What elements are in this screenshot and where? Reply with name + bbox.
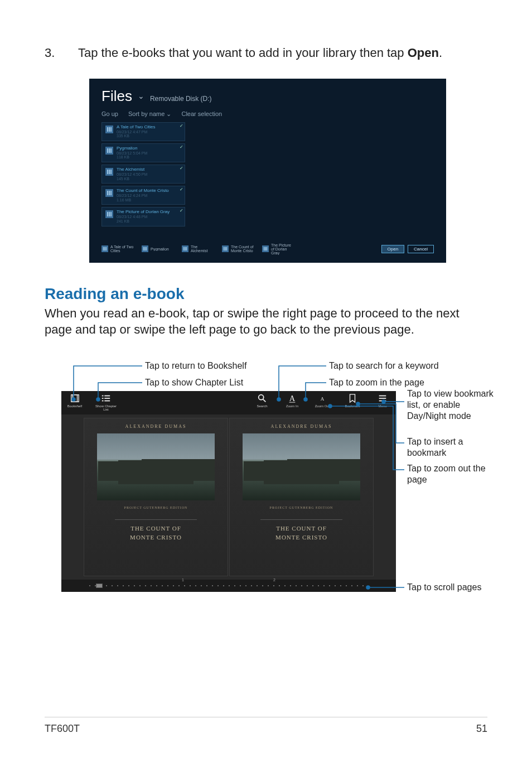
svg-rect-10 (109, 191, 110, 195)
leader-lines (61, 360, 507, 600)
check-icon: ✓ (180, 123, 183, 128)
selected-item[interactable]: The Alchemist (182, 245, 214, 253)
svg-rect-27 (264, 247, 265, 250)
step-text: Tap the e-books that you want to add in … (78, 45, 487, 62)
check-icon: ✓ (180, 166, 183, 171)
svg-rect-4 (109, 148, 110, 153)
svg-rect-9 (107, 191, 108, 195)
svg-point-47 (96, 398, 100, 401)
file-picker-controls: Go up Sort by name ⌄ Clear selection (101, 110, 434, 118)
svg-rect-1 (109, 127, 110, 132)
svg-rect-7 (109, 170, 110, 174)
svg-point-49 (304, 398, 307, 401)
file-list: A Tale of Two Cities 08/23/12 4:47 PM 33… (101, 122, 185, 226)
file-picker-footer: A Tale of Two Cities Pygmalion The Alche… (101, 243, 434, 255)
svg-rect-0 (107, 127, 108, 132)
page-footer: TF600T 51 (45, 717, 487, 735)
svg-point-51 (356, 402, 360, 406)
svg-rect-17 (106, 247, 107, 250)
svg-rect-21 (183, 247, 185, 250)
svg-rect-18 (143, 247, 144, 250)
svg-point-53 (366, 586, 370, 589)
book-icon (105, 126, 113, 133)
selected-item[interactable]: A Tale of Two Cities (101, 245, 134, 253)
file-size: 118 KB (117, 155, 181, 160)
file-title: Pygmalion (117, 146, 181, 151)
file-item[interactable]: The Count of Monte Cristo 08/23/12 4:24 … (101, 186, 185, 205)
file-picker-header: Files ⌄ Removable Disk (D:) (101, 88, 434, 105)
footer-model: TF600T (45, 723, 80, 735)
footer-page-number: 51 (476, 723, 487, 735)
svg-rect-5 (110, 148, 112, 153)
file-title: The Picture of Dorian Gray (117, 210, 181, 215)
svg-rect-28 (265, 247, 266, 250)
sort-button[interactable]: Sort by name ⌄ (128, 110, 171, 118)
svg-point-46 (72, 398, 75, 401)
svg-rect-12 (107, 212, 108, 216)
svg-rect-3 (107, 148, 108, 153)
svg-rect-20 (146, 247, 147, 250)
chevron-down-icon: ⌄ (166, 110, 171, 117)
file-size: 335 KB (117, 134, 181, 138)
svg-rect-29 (267, 247, 268, 250)
clear-selection-button[interactable]: Clear selection (181, 110, 222, 118)
selected-item[interactable]: Pygmalion (142, 245, 174, 252)
svg-rect-22 (185, 247, 186, 250)
file-picker-title[interactable]: Files (101, 88, 132, 105)
file-date: 08/23/12 4:48 PM (117, 215, 181, 219)
instruction-step: 3. Tap the e-books that you want to add … (45, 45, 487, 62)
book-icon (105, 210, 113, 218)
open-button[interactable]: Open (381, 245, 405, 253)
file-size: 1.16 MB (117, 198, 181, 202)
file-size: 145 KB (117, 177, 181, 181)
selected-item[interactable]: The Picture of Dorian Gray (262, 243, 294, 255)
svg-rect-15 (103, 247, 104, 250)
svg-rect-13 (109, 212, 110, 216)
file-date: 08/23/12 4:47 PM (117, 130, 181, 134)
file-date: 08/23/12 4:24 PM (117, 194, 181, 198)
file-title: The Count of Monte Cristo (117, 189, 181, 194)
svg-rect-19 (144, 247, 146, 250)
book-icon (142, 245, 148, 252)
svg-rect-16 (104, 247, 105, 250)
check-icon: ✓ (180, 144, 183, 150)
svg-point-50 (382, 400, 385, 403)
book-icon (105, 168, 113, 176)
selected-item[interactable]: The Count of Monte Cristo (222, 245, 254, 253)
book-icon (222, 245, 229, 252)
svg-rect-8 (110, 170, 112, 174)
svg-rect-25 (225, 247, 226, 250)
svg-point-52 (328, 404, 332, 408)
file-title: The Alchemist (117, 167, 181, 172)
check-icon: ✓ (180, 187, 183, 192)
svg-point-48 (277, 398, 280, 401)
svg-rect-6 (107, 170, 108, 174)
file-date: 08/23/12 4:50 PM (117, 172, 181, 177)
book-icon (182, 245, 188, 252)
file-picker-screenshot: Files ⌄ Removable Disk (D:) Go up Sort b… (89, 79, 446, 263)
book-icon (101, 245, 108, 252)
file-picker-location: Removable Disk (D:) (150, 95, 212, 103)
check-icon: ✓ (180, 208, 183, 213)
file-item[interactable]: The Picture of Dorian Gray 08/23/12 4:48… (101, 207, 185, 226)
book-icon (105, 147, 113, 155)
cancel-button[interactable]: Cancel (408, 245, 434, 253)
file-item[interactable]: A Tale of Two Cities 08/23/12 4:47 PM 33… (101, 122, 185, 141)
svg-rect-2 (110, 127, 112, 132)
svg-rect-14 (110, 212, 112, 216)
svg-rect-24 (224, 247, 225, 250)
go-up-button[interactable]: Go up (101, 110, 118, 118)
chevron-down-icon[interactable]: ⌄ (138, 91, 144, 100)
svg-rect-11 (110, 191, 112, 195)
svg-rect-23 (186, 247, 187, 250)
file-date: 08/23/12 5:04 PM (117, 151, 181, 156)
file-title: A Tale of Two Cities (117, 125, 181, 130)
section-body: When you read an e-book, tap or swipe th… (45, 305, 487, 338)
book-icon (262, 245, 269, 252)
file-item[interactable]: The Alchemist 08/23/12 4:50 PM 145 KB ✓ (101, 165, 185, 184)
svg-rect-26 (226, 247, 228, 250)
file-size: 241 KB (117, 219, 181, 224)
file-item[interactable]: Pygmalion 08/23/12 5:04 PM 118 KB ✓ (101, 143, 185, 162)
section-heading: Reading an e-book (45, 285, 487, 303)
step-number: 3. (45, 45, 78, 62)
